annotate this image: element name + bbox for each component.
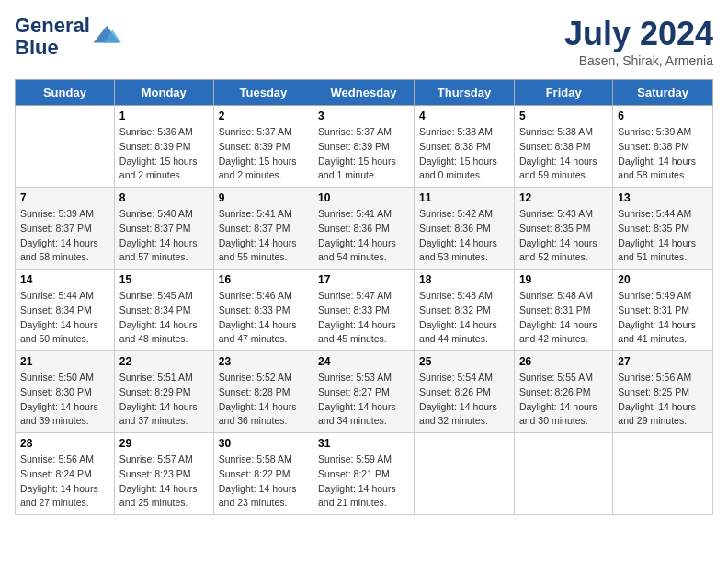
- day-number: 24: [318, 355, 409, 368]
- calendar-cell: 17Sunrise: 5:47 AM Sunset: 8:33 PM Dayli…: [313, 270, 415, 351]
- calendar-table: SundayMondayTuesdayWednesdayThursdayFrid…: [15, 79, 713, 515]
- day-number: 14: [20, 273, 109, 286]
- day-detail: Sunrise: 5:36 AM Sunset: 8:39 PM Dayligh…: [119, 125, 209, 183]
- day-detail: Sunrise: 5:57 AM Sunset: 8:23 PM Dayligh…: [119, 453, 209, 511]
- weekday-header-row: SundayMondayTuesdayWednesdayThursdayFrid…: [16, 80, 713, 106]
- calendar-week-row: 21Sunrise: 5:50 AM Sunset: 8:30 PM Dayli…: [16, 351, 713, 433]
- calendar-cell: 15Sunrise: 5:45 AM Sunset: 8:34 PM Dayli…: [114, 270, 213, 351]
- calendar-cell: 14Sunrise: 5:44 AM Sunset: 8:34 PM Dayli…: [16, 270, 115, 351]
- calendar-cell: 21Sunrise: 5:50 AM Sunset: 8:30 PM Dayli…: [16, 351, 115, 433]
- day-number: 31: [318, 437, 409, 450]
- day-detail: Sunrise: 5:43 AM Sunset: 8:35 PM Dayligh…: [519, 207, 608, 265]
- calendar-cell: 29Sunrise: 5:57 AM Sunset: 8:23 PM Dayli…: [114, 433, 213, 515]
- calendar-cell: 20Sunrise: 5:49 AM Sunset: 8:31 PM Dayli…: [613, 270, 713, 351]
- calendar-cell: 26Sunrise: 5:55 AM Sunset: 8:26 PM Dayli…: [514, 351, 612, 433]
- day-detail: Sunrise: 5:41 AM Sunset: 8:37 PM Dayligh…: [219, 207, 308, 265]
- day-number: 11: [419, 191, 509, 204]
- calendar-cell: 19Sunrise: 5:48 AM Sunset: 8:31 PM Dayli…: [514, 270, 612, 351]
- day-number: 10: [318, 191, 409, 204]
- calendar-cell: 12Sunrise: 5:43 AM Sunset: 8:35 PM Dayli…: [514, 188, 612, 270]
- day-number: 4: [419, 109, 509, 122]
- day-number: 19: [519, 273, 608, 286]
- day-number: 27: [618, 355, 708, 368]
- calendar-cell: 9Sunrise: 5:41 AM Sunset: 8:37 PM Daylig…: [213, 188, 313, 270]
- day-detail: Sunrise: 5:39 AM Sunset: 8:37 PM Dayligh…: [20, 207, 109, 265]
- day-number: 30: [219, 437, 308, 450]
- day-number: 8: [119, 191, 209, 204]
- location: Basen, Shirak, Armenia: [564, 53, 713, 68]
- day-detail: Sunrise: 5:41 AM Sunset: 8:36 PM Dayligh…: [318, 207, 409, 265]
- logo-text: General Blue: [15, 15, 90, 59]
- calendar-week-row: 14Sunrise: 5:44 AM Sunset: 8:34 PM Dayli…: [16, 270, 713, 351]
- day-detail: Sunrise: 5:38 AM Sunset: 8:38 PM Dayligh…: [519, 125, 608, 183]
- calendar-cell: 8Sunrise: 5:40 AM Sunset: 8:37 PM Daylig…: [114, 188, 213, 270]
- day-detail: Sunrise: 5:48 AM Sunset: 8:32 PM Dayligh…: [419, 289, 509, 347]
- day-detail: Sunrise: 5:48 AM Sunset: 8:31 PM Dayligh…: [519, 289, 608, 347]
- day-number: 3: [318, 109, 409, 122]
- day-number: 12: [519, 191, 608, 204]
- calendar-cell: 5Sunrise: 5:38 AM Sunset: 8:38 PM Daylig…: [514, 106, 612, 188]
- day-detail: Sunrise: 5:52 AM Sunset: 8:28 PM Dayligh…: [219, 371, 308, 429]
- calendar-cell: 23Sunrise: 5:52 AM Sunset: 8:28 PM Dayli…: [213, 351, 313, 433]
- day-number: 1: [119, 109, 209, 122]
- day-detail: Sunrise: 5:47 AM Sunset: 8:33 PM Dayligh…: [318, 289, 409, 347]
- calendar-cell: 31Sunrise: 5:59 AM Sunset: 8:21 PM Dayli…: [313, 433, 415, 515]
- day-number: 5: [519, 109, 608, 122]
- day-detail: Sunrise: 5:58 AM Sunset: 8:22 PM Dayligh…: [219, 453, 308, 511]
- calendar-cell: 2Sunrise: 5:37 AM Sunset: 8:39 PM Daylig…: [213, 106, 313, 188]
- calendar-cell: 11Sunrise: 5:42 AM Sunset: 8:36 PM Dayli…: [415, 188, 515, 270]
- day-detail: Sunrise: 5:51 AM Sunset: 8:29 PM Dayligh…: [119, 371, 209, 429]
- day-detail: Sunrise: 5:42 AM Sunset: 8:36 PM Dayligh…: [419, 207, 509, 265]
- day-detail: Sunrise: 5:55 AM Sunset: 8:26 PM Dayligh…: [519, 371, 608, 429]
- title-block: July 2024 Basen, Shirak, Armenia: [564, 15, 713, 68]
- day-number: 18: [419, 273, 509, 286]
- day-detail: Sunrise: 5:53 AM Sunset: 8:27 PM Dayligh…: [318, 371, 409, 429]
- day-detail: Sunrise: 5:56 AM Sunset: 8:24 PM Dayligh…: [20, 453, 109, 511]
- calendar-cell: 16Sunrise: 5:46 AM Sunset: 8:33 PM Dayli…: [213, 270, 313, 351]
- calendar-cell: 3Sunrise: 5:37 AM Sunset: 8:39 PM Daylig…: [313, 106, 415, 188]
- month-title: July 2024: [564, 15, 713, 53]
- day-detail: Sunrise: 5:37 AM Sunset: 8:39 PM Dayligh…: [219, 125, 308, 183]
- day-detail: Sunrise: 5:49 AM Sunset: 8:31 PM Dayligh…: [618, 289, 708, 347]
- day-detail: Sunrise: 5:54 AM Sunset: 8:26 PM Dayligh…: [419, 371, 509, 429]
- day-number: 29: [119, 437, 209, 450]
- day-number: 7: [20, 191, 109, 204]
- logo: General Blue: [15, 15, 121, 59]
- calendar-cell: 25Sunrise: 5:54 AM Sunset: 8:26 PM Dayli…: [415, 351, 515, 433]
- calendar-cell: 18Sunrise: 5:48 AM Sunset: 8:32 PM Dayli…: [415, 270, 515, 351]
- day-number: 22: [119, 355, 209, 368]
- day-number: 15: [119, 273, 209, 286]
- day-number: 25: [419, 355, 509, 368]
- day-number: 6: [618, 109, 708, 122]
- day-detail: Sunrise: 5:50 AM Sunset: 8:30 PM Dayligh…: [20, 371, 109, 429]
- weekday-header: Saturday: [613, 80, 713, 106]
- day-detail: Sunrise: 5:38 AM Sunset: 8:38 PM Dayligh…: [419, 125, 509, 183]
- day-detail: Sunrise: 5:45 AM Sunset: 8:34 PM Dayligh…: [119, 289, 209, 347]
- calendar-cell: [415, 433, 515, 515]
- day-detail: Sunrise: 5:40 AM Sunset: 8:37 PM Dayligh…: [119, 207, 209, 265]
- weekday-header: Thursday: [415, 80, 515, 106]
- calendar-cell: 7Sunrise: 5:39 AM Sunset: 8:37 PM Daylig…: [16, 188, 115, 270]
- day-number: 28: [20, 437, 109, 450]
- calendar-cell: 10Sunrise: 5:41 AM Sunset: 8:36 PM Dayli…: [313, 188, 415, 270]
- calendar-cell: 24Sunrise: 5:53 AM Sunset: 8:27 PM Dayli…: [313, 351, 415, 433]
- calendar-week-row: 28Sunrise: 5:56 AM Sunset: 8:24 PM Dayli…: [16, 433, 713, 515]
- calendar-cell: 27Sunrise: 5:56 AM Sunset: 8:25 PM Dayli…: [613, 351, 713, 433]
- calendar-cell: 13Sunrise: 5:44 AM Sunset: 8:35 PM Dayli…: [613, 188, 713, 270]
- calendar-week-row: 7Sunrise: 5:39 AM Sunset: 8:37 PM Daylig…: [16, 188, 713, 270]
- calendar-week-row: 1Sunrise: 5:36 AM Sunset: 8:39 PM Daylig…: [16, 106, 713, 188]
- day-detail: Sunrise: 5:56 AM Sunset: 8:25 PM Dayligh…: [618, 371, 708, 429]
- day-number: 9: [219, 191, 308, 204]
- day-number: 20: [618, 273, 708, 286]
- day-detail: Sunrise: 5:44 AM Sunset: 8:35 PM Dayligh…: [618, 207, 708, 265]
- day-detail: Sunrise: 5:37 AM Sunset: 8:39 PM Dayligh…: [318, 125, 409, 183]
- calendar-cell: 6Sunrise: 5:39 AM Sunset: 8:38 PM Daylig…: [613, 106, 713, 188]
- logo-icon: [92, 22, 121, 52]
- calendar-cell: 28Sunrise: 5:56 AM Sunset: 8:24 PM Dayli…: [16, 433, 115, 515]
- day-number: 26: [519, 355, 608, 368]
- calendar-cell: [16, 106, 115, 188]
- day-number: 13: [618, 191, 708, 204]
- calendar-cell: 22Sunrise: 5:51 AM Sunset: 8:29 PM Dayli…: [114, 351, 213, 433]
- weekday-header: Sunday: [16, 80, 115, 106]
- weekday-header: Wednesday: [313, 80, 415, 106]
